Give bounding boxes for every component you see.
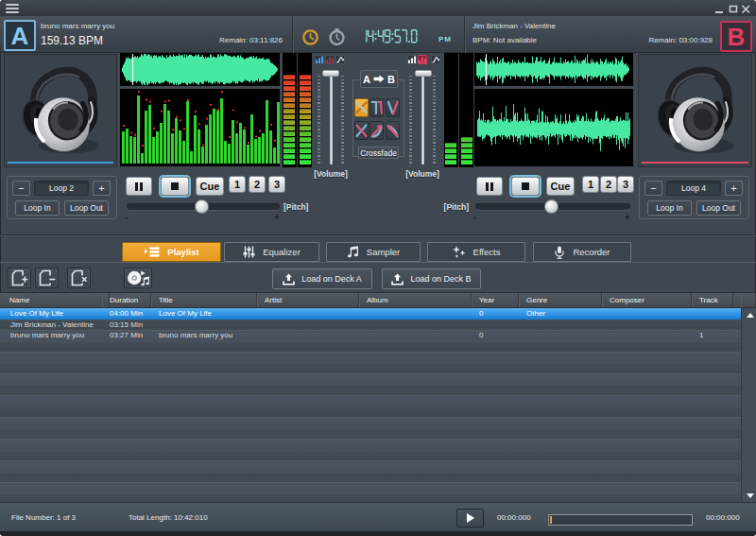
cell-genre (519, 320, 602, 331)
cell-name: Jim Brickman - Valentine (0, 320, 110, 331)
playlist-empty-row[interactable] (0, 482, 741, 493)
cell-name: Love Of My Life (0, 308, 110, 320)
tab-recorder[interactable]: Recorder (533, 242, 631, 262)
fade-a-to-b-button[interactable]: A B (360, 70, 398, 88)
crossfade-curve-5-button[interactable] (369, 121, 384, 140)
deck-b-loop-in-button[interactable]: Loop In (647, 200, 692, 216)
stopwatch-icon[interactable] (328, 27, 346, 46)
column-header-artist[interactable]: Artist (257, 293, 359, 307)
crossfade-curve-4-button[interactable] (354, 121, 369, 140)
deck-a-volume-label: [Volume] (312, 169, 350, 179)
playlist-empty-row[interactable] (0, 417, 741, 428)
remaining-time: 00:00:000 (706, 513, 740, 522)
deck-b-loop-minus-button[interactable]: − (644, 181, 662, 196)
load-on-deck-a-button[interactable]: Load on Deck A (272, 268, 372, 289)
deck-a-loop-in-button[interactable]: Loop In (15, 200, 60, 216)
deck-a-waveform-view-button[interactable] (315, 55, 324, 64)
deck-b-scope-view-button[interactable] (431, 55, 440, 64)
playlist-empty-row[interactable] (0, 450, 741, 461)
deck-b-waveform[interactable] (474, 53, 633, 86)
deck-a-loop-plus-button[interactable]: + (93, 181, 111, 196)
deck-a-loop-out-button[interactable]: Loop Out (64, 200, 109, 216)
column-header-genre[interactable]: Genre (519, 293, 602, 307)
deck-b-cue-button[interactable]: Cue (546, 177, 575, 196)
add-files-button[interactable] (8, 268, 31, 288)
playlist-empty-row[interactable] (0, 428, 741, 440)
preview-play-button[interactable] (456, 509, 484, 527)
playlist-row-3[interactable]: bruno mars marry you03:27 Minbruno mars … (0, 330, 741, 341)
deck-a-hotcue-3-button[interactable]: 3 (268, 176, 285, 193)
crossfade-curve-6-button[interactable] (386, 121, 400, 140)
playlist-empty-row[interactable] (0, 363, 741, 374)
deck-a-scope-view-button[interactable] (335, 55, 345, 64)
playlist-empty-row[interactable] (0, 493, 741, 503)
tab-effects[interactable]: Effects (427, 242, 525, 262)
deck-b-volume-slider[interactable] (415, 70, 432, 77)
column-header-name[interactable]: Name (0, 293, 110, 307)
menu-icon[interactable] (6, 4, 19, 13)
playlist-empty-row[interactable] (0, 352, 741, 363)
clear-playlist-button[interactable] (67, 268, 91, 288)
deck-b-hotcue-3-button[interactable]: 3 (617, 176, 634, 193)
playlist-empty-row[interactable] (0, 341, 741, 353)
load-on-deck-b-button[interactable]: Load on Deck B (382, 268, 481, 289)
maximize-icon[interactable] (730, 7, 737, 12)
arrow-up-icon (747, 313, 754, 318)
minimize-icon[interactable] (715, 11, 723, 13)
clock-icon[interactable] (301, 28, 319, 46)
playlist-empty-row[interactable] (0, 439, 741, 450)
preview-progress-bar[interactable] (548, 514, 693, 526)
playlist-empty-row[interactable] (0, 406, 741, 418)
playlist-row-1[interactable]: Love Of My Life04:00 MinLove Of My Life0… (0, 308, 741, 320)
tab-playlist[interactable]: Playlist (122, 242, 221, 262)
column-header-composer[interactable]: Composer (602, 293, 692, 307)
playlist-scrollbar[interactable] (741, 308, 756, 502)
deck-a-spectrum-view-button[interactable] (325, 55, 335, 64)
deck-b-hotcue-2-button[interactable]: 2 (600, 176, 617, 193)
tab-sampler[interactable]: Sampler (326, 242, 421, 262)
deck-a-pitch-knob[interactable] (195, 199, 209, 214)
deck-b-loop-out-button[interactable]: Loop Out (696, 200, 741, 216)
disc-music-icon (127, 269, 150, 287)
column-header-year[interactable]: Year (472, 293, 519, 307)
deck-b-hotcue-1-button[interactable]: 1 (582, 176, 599, 193)
deck-b-volume-label: [Volume] (404, 169, 441, 179)
tab-equalizer[interactable]: Equalizer (224, 242, 319, 262)
column-header-title[interactable]: Title (151, 293, 257, 307)
crossfade-curve-3-button[interactable] (386, 98, 400, 117)
deck-b-stop-button[interactable] (511, 177, 540, 196)
deck-b-pause-button[interactable] (476, 177, 503, 196)
column-header-track[interactable]: Track (692, 293, 733, 307)
scroll-up-button[interactable] (743, 309, 756, 320)
column-header-album[interactable]: Album (359, 293, 472, 307)
playlist-empty-row[interactable] (0, 472, 741, 483)
crossfade-curve-2-button[interactable] (369, 98, 384, 117)
deck-a-stop-button[interactable] (161, 177, 189, 196)
deck-b-vu-meter (444, 53, 473, 167)
deck-b-loop-plus-button[interactable]: + (725, 181, 743, 196)
window-controls[interactable] (713, 3, 753, 14)
deck-b-pitch-knob[interactable] (544, 199, 558, 214)
deck-a-cue-button[interactable]: Cue (196, 177, 224, 196)
play-icon (467, 513, 474, 523)
close-icon[interactable] (743, 6, 750, 13)
playlist-empty-row[interactable] (0, 395, 741, 406)
scroll-down-button[interactable] (743, 490, 756, 501)
deck-a-waveform[interactable] (120, 53, 280, 86)
deck-b-spectrum-view-button[interactable] (418, 55, 427, 64)
deck-a-volume-slider[interactable] (322, 70, 339, 77)
playlist-row-2[interactable]: Jim Brickman - Valentine03:15 Min (0, 320, 741, 331)
deck-a-hotcue-1-button[interactable]: 1 (229, 176, 246, 193)
playlist-empty-row[interactable] (0, 373, 741, 385)
media-library-button[interactable] (124, 268, 152, 288)
column-header-duration[interactable]: Duration (102, 293, 151, 307)
deck-b-waveform-view-button[interactable] (407, 55, 417, 64)
title-bar[interactable] (0, 0, 756, 16)
deck-a-hotcue-2-button[interactable]: 2 (249, 176, 266, 193)
deck-a-loop-minus-button[interactable]: − (12, 181, 30, 196)
remove-file-button[interactable] (35, 268, 59, 288)
deck-a-pause-button[interactable] (126, 177, 152, 196)
playlist-empty-row[interactable] (0, 385, 741, 396)
crossfade-curve-1-button[interactable] (354, 98, 369, 117)
playlist-empty-row[interactable] (0, 460, 741, 472)
